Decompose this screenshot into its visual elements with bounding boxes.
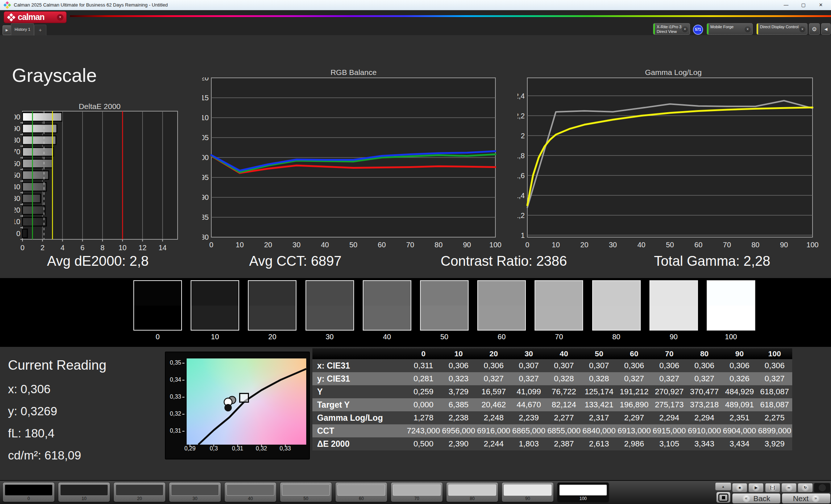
current-reading-title: Current Reading [8, 358, 106, 373]
table-cell: 0,307 [511, 359, 547, 372]
stop-button[interactable]: ■ [732, 483, 747, 492]
maximize-icon[interactable]: ▢ [797, 0, 810, 10]
svg-text:120: 120 [202, 77, 209, 82]
reading-fl: fL: 180,4 [8, 427, 106, 440]
patch-button-50[interactable]: 50 [280, 483, 332, 502]
table-cell: 6899,000 [757, 424, 792, 437]
gamma-chart: Gamma Log/Log 11,21,41,61,822,22,4010203… [518, 68, 829, 255]
tab-history-1[interactable]: History 1 [11, 23, 34, 35]
swatch-level-label: 30 [306, 333, 354, 341]
back-button[interactable]: « Back [732, 493, 781, 504]
cie-y-tick: 0,34 [167, 377, 184, 383]
svg-text:20: 20 [264, 241, 272, 249]
svg-text:10: 10 [236, 241, 244, 249]
table-cell: 2,248 [476, 411, 511, 424]
add-tab-button[interactable]: + [34, 25, 46, 35]
target-color [478, 306, 525, 330]
svg-text:50: 50 [14, 171, 20, 179]
patch-button-80[interactable]: 80 [446, 483, 498, 502]
actual-color [650, 281, 697, 306]
table-cell: 373,218 [687, 398, 722, 411]
patch-button-10[interactable]: 10 [58, 483, 110, 502]
swatch-30 [306, 280, 354, 331]
rgb-balance-chart: RGB Balance 8085909510010511011512001020… [202, 68, 505, 255]
swatch-level-label: 70 [535, 333, 583, 341]
range-button[interactable]: [··] [765, 483, 780, 492]
svg-text:40: 40 [14, 183, 20, 191]
stop-measurement-button[interactable] [716, 492, 731, 503]
refresh-button[interactable]: ↻ [798, 483, 813, 492]
table-cell: 3,343 [687, 437, 722, 450]
table-header-cell: 10 [441, 348, 476, 359]
patch-button-0[interactable]: 0 [3, 483, 54, 502]
swatch-100 [707, 280, 755, 331]
gear-icon[interactable]: ⚙ [809, 23, 820, 35]
table-cell: 82,124 [547, 398, 582, 411]
patch-button-20[interactable]: 20 [114, 483, 165, 502]
patch-button-40[interactable]: 40 [225, 483, 276, 502]
patch-button-60[interactable]: 60 [336, 483, 387, 502]
cie-chromaticity-panel: 0,350,340,330,320,310,290,30,310,320,33 [165, 352, 310, 459]
svg-text:1,2: 1,2 [518, 211, 525, 219]
table-header-cell: 70 [652, 348, 687, 359]
table-cell: 0,000 [406, 398, 441, 411]
target-point [240, 394, 248, 402]
play-button[interactable]: ▶ [748, 483, 764, 492]
meter-dropdown-2[interactable]: Mobile Forge ▼ [707, 23, 753, 35]
patch-label: 20 [114, 496, 165, 501]
patch-button-70[interactable]: 70 [391, 483, 442, 502]
svg-text:100: 100 [489, 241, 501, 249]
target-color [363, 306, 411, 330]
table-cell: 0,327 [511, 372, 547, 385]
svg-text:2: 2 [521, 132, 525, 140]
cie-x-tick: 0,31 [227, 445, 249, 452]
close-icon[interactable]: ✕ [815, 0, 827, 10]
svg-text:50: 50 [666, 241, 674, 249]
patch-label: 10 [58, 496, 110, 501]
status-indicator [814, 483, 830, 492]
swatch-level-label: 50 [420, 333, 469, 341]
meter-accent [757, 24, 758, 34]
svg-text:1,4: 1,4 [518, 192, 525, 200]
calman-window: Calman 2025 Calman Ultimate for Business… [0, 0, 831, 504]
swatch-level-label: 20 [248, 333, 296, 341]
loop-button[interactable]: ∞ [781, 483, 797, 492]
svg-text:10: 10 [119, 244, 126, 252]
patch-label: 100 [557, 496, 609, 501]
calman-logo-menu[interactable]: calman ▼ [4, 11, 67, 23]
rgb-chart-plot: 8085909510010511011512001020304050607080… [202, 77, 505, 255]
table-cell: 6855,000 [547, 424, 582, 437]
patch-label: 60 [336, 496, 387, 501]
table-cell: 191,212 [616, 385, 652, 398]
table-cell: 6840,000 [581, 424, 616, 437]
svg-text:105: 105 [202, 134, 209, 142]
svg-text:20: 20 [14, 206, 20, 214]
deltae-2000-chart: DeltaE 2000 0246810121410090807060504030… [14, 102, 185, 254]
swatch-20 [248, 280, 296, 331]
patch-label: 90 [502, 496, 553, 501]
patch-button-30[interactable]: 30 [169, 483, 221, 502]
meter-dropdown-3[interactable]: Direct Display Control ▼ [756, 23, 807, 35]
meter-count-badge[interactable]: 571 [693, 25, 703, 35]
collapse-panel-icon[interactable]: ◀ [821, 23, 831, 35]
meter-dropdown-1[interactable]: X-Rite i1Pro 3 Direct View ▼ [653, 23, 690, 35]
table-cell: 0,327 [687, 372, 722, 385]
patch-button-100[interactable]: 100 [557, 483, 609, 502]
table-header-cell: 80 [687, 348, 722, 359]
table-row-label: Target Y [312, 398, 406, 411]
swatch-0 [133, 280, 182, 331]
cie-x-tick: 0,32 [250, 445, 272, 452]
titlebar: Calman 2025 Calman Ultimate for Business… [0, 0, 831, 10]
table-header-cell: 40 [547, 348, 582, 359]
svg-text:40: 40 [321, 241, 329, 249]
expand-up-icon[interactable]: ▲ [715, 482, 731, 491]
history-expander-button[interactable]: ▶ [3, 25, 11, 35]
target-color [535, 306, 582, 330]
chevron-down-icon: ▼ [799, 26, 805, 32]
loop-icon: ∞ [785, 484, 793, 491]
patch-button-90[interactable]: 90 [502, 483, 553, 502]
minimize-icon[interactable]: — [780, 0, 792, 10]
next-button[interactable]: Next » [782, 493, 831, 504]
table-cell: 0,328 [547, 372, 582, 385]
table-cell: 2,275 [757, 411, 792, 424]
